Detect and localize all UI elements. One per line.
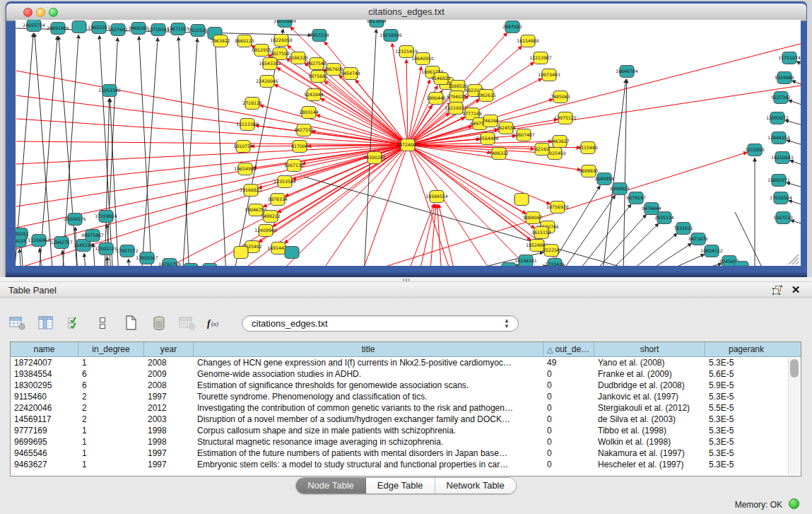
graph-node-label: 10973493 bbox=[538, 72, 560, 77]
table-row[interactable]: 977716911998Corpus callosum shape and si… bbox=[11, 425, 801, 436]
column-visibility-button[interactable] bbox=[35, 313, 57, 333]
graph-node[interactable] bbox=[514, 194, 529, 206]
citation-edge-black bbox=[787, 182, 801, 189]
scrollbar-thumb[interactable] bbox=[790, 359, 799, 378]
graph-node-label: 16210072 bbox=[445, 105, 467, 110]
column-header-name[interactable]: name bbox=[11, 342, 78, 356]
citation-edge-red bbox=[408, 145, 535, 228]
table-row[interactable]: 1456911722003Disruption of a novel membe… bbox=[11, 414, 801, 425]
table-cell: Tourette syndrome. Phenomenology and cla… bbox=[194, 391, 543, 402]
table-cell: Nakamura et al. (1997) bbox=[594, 448, 705, 459]
table-cell: Wolkin et al. (1998) bbox=[594, 436, 705, 448]
graph-node-label: 8454749 bbox=[341, 71, 360, 76]
canvas-resize-grip[interactable] bbox=[789, 255, 799, 264]
graph-node[interactable] bbox=[184, 264, 198, 267]
table-row[interactable]: 946554611997Estimation of the future num… bbox=[11, 448, 801, 459]
dropdown-arrows-icon: ▲▼ bbox=[504, 318, 510, 329]
tab-node-table[interactable]: Node Table bbox=[296, 478, 366, 493]
network-view-window[interactable]: citations_edges.txt 18724007183002951938… bbox=[6, 1, 807, 277]
table-selector-dropdown[interactable]: citations_edges.txt ▲▼ bbox=[242, 315, 519, 332]
table-cell: 2003 bbox=[144, 414, 194, 425]
network-window-titlebar[interactable]: citations_edges.txt bbox=[6, 4, 806, 21]
citation-edge-black bbox=[304, 177, 657, 266]
graph-node[interactable] bbox=[72, 21, 86, 33]
graph-node-label: 22420046 bbox=[256, 78, 278, 83]
close-panel-icon[interactable]: ✕ bbox=[791, 285, 801, 295]
graph-node-label: 12093872 bbox=[766, 115, 789, 120]
table-row[interactable]: 946362711997Embryonic stem cells: a mode… bbox=[11, 459, 801, 470]
graph-node-label: 9146821 bbox=[431, 76, 451, 81]
table-cell: Investigating the contribution of common… bbox=[194, 402, 543, 414]
graph-node-label: 252254 bbox=[543, 247, 560, 252]
table-row[interactable]: 1830029562008Estimation of significance … bbox=[11, 380, 801, 391]
float-panel-icon[interactable] bbox=[772, 286, 782, 295]
table-row[interactable]: 969969511998Structural magnetic resonanc… bbox=[11, 436, 801, 448]
node-layer: 1872400718300295193845542405572420691406… bbox=[16, 20, 801, 266]
table-row[interactable]: 911546021997Tourette syndrome. Phenomeno… bbox=[11, 391, 801, 402]
column-header-title[interactable]: title bbox=[194, 342, 543, 356]
citation-edge-black bbox=[100, 35, 113, 266]
new-column-button[interactable] bbox=[120, 313, 141, 333]
function-builder-button[interactable]: f (x) bbox=[205, 313, 226, 333]
graph-node-label: 14136141 bbox=[514, 258, 537, 263]
table-cell: 5.3E-5 bbox=[705, 459, 787, 470]
table-cell: Structural magnetic resonance image aver… bbox=[194, 436, 543, 448]
graph-node[interactable] bbox=[502, 263, 516, 267]
graph-node-label: 2687682 bbox=[502, 24, 522, 29]
graph-node-label: 3215958 bbox=[745, 147, 765, 152]
graph-node-label: 13975125 bbox=[554, 115, 577, 120]
graph-node-label: 20691406 bbox=[47, 25, 69, 30]
graph-node-label: 10756928 bbox=[546, 204, 569, 209]
graph-node-label: 10654112 bbox=[700, 248, 723, 253]
graph-node-label: 18300295 bbox=[363, 155, 386, 160]
table-row[interactable]: 1938455462009Genome-wide association stu… bbox=[11, 368, 801, 380]
divider-grip[interactable] bbox=[403, 279, 410, 281]
column-header-short[interactable]: short bbox=[594, 342, 705, 356]
graph-node-label: 10719145 bbox=[147, 27, 170, 32]
graph-node-label: 1615152 bbox=[531, 230, 551, 235]
table-cell: 19384554 bbox=[11, 368, 78, 380]
graph-node-label: 8427552 bbox=[294, 127, 314, 132]
graph-node-label: 7857224 bbox=[310, 33, 329, 37]
graph-node-label: 9474444 bbox=[642, 206, 661, 211]
citation-edge-black bbox=[796, 62, 801, 68]
table-cell: Jankovic et al. (1997) bbox=[594, 391, 705, 402]
row-height-button[interactable] bbox=[92, 313, 113, 333]
graph-node[interactable] bbox=[234, 247, 248, 259]
split-pane-divider[interactable] bbox=[0, 277, 812, 282]
delete-column-button[interactable] bbox=[148, 313, 170, 333]
tab-network-table[interactable]: Network Table bbox=[435, 478, 516, 493]
table-cell: 0 bbox=[543, 459, 594, 470]
citation-edge-black bbox=[604, 223, 659, 266]
graph-node[interactable] bbox=[203, 264, 217, 267]
graph-node-label: 9699695 bbox=[579, 168, 599, 173]
graph-node[interactable] bbox=[734, 262, 748, 267]
citation-edge-black bbox=[84, 253, 86, 266]
memory-status-indicator[interactable] bbox=[789, 498, 799, 509]
column-header-in_degree[interactable]: in_degree bbox=[78, 342, 144, 356]
table-cell: 1997 bbox=[144, 448, 194, 459]
graph-node-label: 16648784 bbox=[616, 69, 638, 74]
citation-edge-black bbox=[20, 249, 21, 266]
citation-edge-red bbox=[439, 204, 456, 266]
table-cell: 1998 bbox=[144, 425, 194, 436]
table-vertical-scrollbar[interactable] bbox=[788, 358, 800, 475]
table-row[interactable]: 1872400712008Changes of HCN gene express… bbox=[11, 357, 801, 368]
column-header-out_de[interactable]: △out_de… bbox=[543, 342, 594, 356]
network-canvas[interactable]: 1872400718300295193845542405572420691406… bbox=[16, 20, 801, 266]
column-header-year[interactable]: year bbox=[144, 342, 194, 356]
column-header-pagerank[interactable]: pagerank bbox=[705, 342, 787, 356]
tab-edge-table[interactable]: Edge Table bbox=[366, 478, 435, 493]
table-cell: 5.5E-5 bbox=[705, 402, 787, 414]
graph-node-label: 14671355 bbox=[167, 26, 189, 31]
row-selection-button[interactable] bbox=[64, 313, 85, 333]
table-panel-title: Table Panel bbox=[8, 285, 57, 296]
table-row[interactable]: 2242004622012Investigating the contribut… bbox=[11, 402, 801, 414]
graph-node[interactable] bbox=[285, 247, 299, 259]
graph-node-label: 13958167 bbox=[136, 255, 158, 260]
graph-node-label: 18724007 bbox=[396, 142, 419, 147]
table-mode-button[interactable] bbox=[7, 313, 28, 333]
graph-node-label: 16543382 bbox=[259, 61, 281, 66]
graph-node-label: 12325419 bbox=[395, 49, 418, 54]
table-cell: Disruption of a novel member of a sodium… bbox=[194, 414, 543, 425]
